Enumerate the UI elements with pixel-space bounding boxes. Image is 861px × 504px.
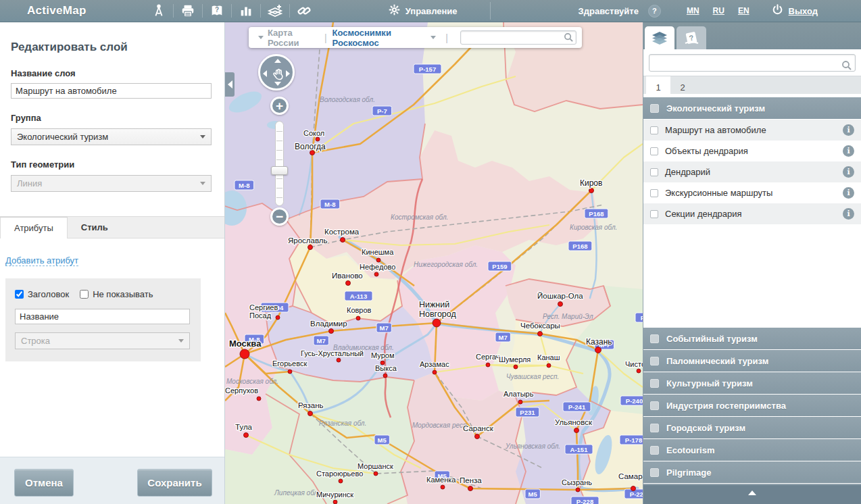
layer-info-icon[interactable]: i (843, 145, 854, 157)
layer-group-header[interactable]: Паломнический туризм (643, 350, 861, 372)
hide-checkbox[interactable] (80, 290, 89, 299)
svg-text:Р-240: Р-240 (626, 397, 643, 405)
logout-button[interactable]: Выход (771, 3, 818, 19)
layers-panel: ? 12 Экологический туризмМаршрут на авто… (643, 22, 861, 504)
layer-row[interactable]: Дендрарийi (643, 161, 861, 182)
edit-layer-panel: Редактировать слой Название слоя Группа … (0, 22, 225, 504)
collapse-groups-button[interactable] (643, 484, 861, 504)
group-checkbox[interactable] (650, 357, 659, 366)
group-checkbox[interactable] (650, 401, 659, 410)
stats-icon[interactable] (235, 1, 257, 20)
chevron-down-icon[interactable] (430, 36, 436, 39)
group-checkbox[interactable] (650, 424, 659, 432)
map-canvas[interactable]: Р-157Р-157Р-7М-8М-8Р168Р168Р159А-113Р-10… (225, 22, 643, 504)
save-button[interactable]: Сохранить (137, 469, 212, 497)
zoom-out-button[interactable]: − (270, 207, 289, 226)
group-label: Событийный туризм (666, 334, 758, 344)
lang-ru[interactable]: RU (713, 6, 724, 16)
region-label: Респ. Марий-Эл (543, 313, 593, 320)
layer-group-header[interactable]: Событийный туризм (643, 328, 861, 350)
add-attribute-link[interactable]: Добавить атрибут (5, 255, 78, 266)
header-checkbox-label[interactable]: Заголовок (28, 289, 69, 299)
layer-checkbox[interactable] (650, 210, 658, 218)
guide-icon[interactable]: ? (205, 1, 228, 20)
tab-layers[interactable] (645, 26, 674, 49)
group-checkbox[interactable] (650, 334, 659, 343)
layers-search-input[interactable] (649, 54, 856, 72)
pan-down-icon[interactable] (274, 82, 281, 86)
road-shield: Р-228 (571, 497, 599, 504)
header-checkbox[interactable] (15, 290, 24, 299)
layer-name-input[interactable] (11, 83, 212, 99)
map-search-input[interactable] (460, 30, 576, 45)
base-layer-button[interactable]: Карта России (268, 28, 319, 48)
cancel-button[interactable]: Отмена (14, 469, 74, 497)
add-layer-icon[interactable] (264, 1, 287, 20)
layer-group-header[interactable]: Индустрия гостеприимства (643, 395, 861, 417)
group-checkbox[interactable] (650, 379, 659, 388)
group-checkbox[interactable] (650, 104, 659, 113)
group-select-value: Экологический туризм (17, 132, 108, 142)
group-select[interactable]: Экологический туризм (11, 128, 212, 145)
tab-style[interactable]: Стиль (68, 217, 122, 238)
group-checkbox[interactable] (650, 446, 659, 455)
print-icon[interactable] (176, 1, 199, 20)
attribute-name-input[interactable] (15, 309, 190, 324)
pan-right-icon[interactable] (286, 70, 290, 77)
search-icon[interactable] (841, 60, 852, 74)
region-label: Кировская обл. (570, 224, 617, 231)
layer-info-icon[interactable]: i (843, 124, 854, 136)
layer-checkbox[interactable] (650, 168, 658, 176)
top-header: ActiveMap ? (0, 0, 861, 22)
layer-group-header[interactable]: Ecotourism (643, 439, 861, 461)
zoom-slider-handle[interactable] (271, 166, 288, 175)
svg-text:Шумерля: Шумерля (499, 355, 531, 363)
svg-text:Москва: Москва (229, 338, 262, 349)
zoom-in-button[interactable]: + (270, 97, 289, 115)
active-layer-button[interactable]: Космоснимки Роскосмос (333, 28, 427, 48)
layer-checkbox[interactable] (650, 147, 658, 155)
lang-mn[interactable]: MN (687, 6, 699, 16)
pan-up-icon[interactable] (274, 59, 281, 63)
management-menu[interactable]: Управление (389, 4, 458, 18)
tab-attributes[interactable]: Атрибуты (0, 217, 68, 238)
layer-row[interactable]: Объекты дендрарияi (643, 141, 861, 161)
road-shield: М-8 (320, 199, 340, 209)
svg-text:Муром: Муром (371, 351, 394, 359)
layer-row[interactable]: Экскурсионные маршрутыi (643, 182, 861, 203)
help-badge[interactable]: ? (648, 5, 661, 18)
attribute-type-select: Строка (15, 332, 190, 349)
language-switcher: MN RU EN (687, 6, 749, 16)
layer-group-header[interactable]: Культурный туризм (643, 372, 861, 395)
lang-en[interactable]: EN (738, 6, 749, 16)
layer-group-header[interactable]: Городской туризм (643, 417, 861, 439)
measure-icon[interactable] (147, 1, 170, 20)
layer-checkbox[interactable] (650, 189, 658, 197)
link-icon[interactable] (293, 1, 316, 20)
region-label: Нижегородская обл. (414, 261, 478, 268)
hide-checkbox-label[interactable]: Не показывать (93, 289, 153, 299)
layer-info-icon[interactable]: i (843, 187, 854, 199)
layer-name: Маршрут на автомобиле (665, 125, 836, 135)
collapse-left-panel-button[interactable] (225, 72, 235, 97)
layer-checkbox[interactable] (650, 126, 658, 134)
svg-text:М7: М7 (380, 324, 389, 332)
zoom-slider[interactable] (275, 121, 284, 206)
chevron-down-icon[interactable] (258, 36, 264, 39)
activemap-app: ActiveMap ? (0, 0, 861, 504)
layer-info-icon[interactable]: i (843, 208, 854, 220)
group-checkbox[interactable] (650, 468, 659, 477)
map-pan-control[interactable] (258, 54, 295, 91)
layers-search-row (643, 49, 861, 76)
svg-text:Р168: Р168 (589, 210, 604, 218)
tab-legend[interactable]: ? (676, 26, 706, 49)
layer-row[interactable]: Маршрут на автомобилеi (643, 120, 861, 141)
layer-info-icon[interactable]: i (843, 166, 854, 178)
layer-row[interactable]: Секции дендрарияi (643, 203, 861, 224)
layer-group-header[interactable]: Экологический туризм (643, 97, 861, 120)
toolbar-divider (260, 4, 261, 18)
road-shield: Р231 (516, 407, 539, 417)
search-icon[interactable] (564, 32, 574, 45)
layer-group-header[interactable]: Pilgrimage (643, 461, 861, 484)
pan-left-icon[interactable] (263, 70, 267, 77)
